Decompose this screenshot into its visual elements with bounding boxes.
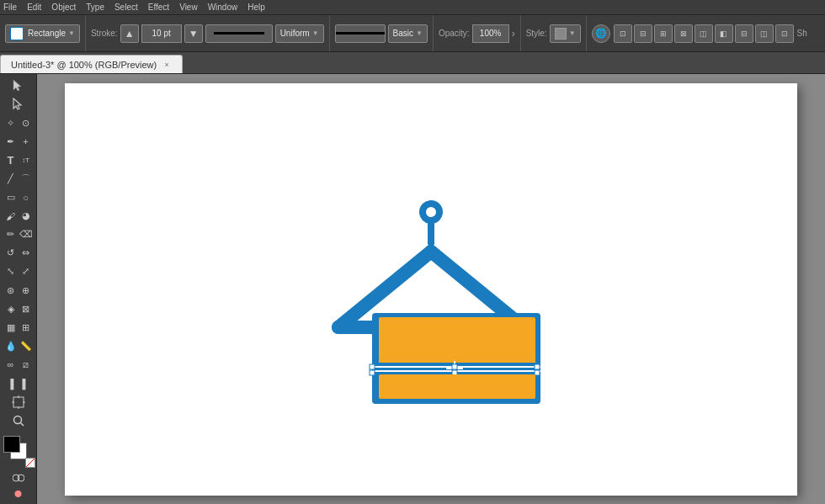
style-dropdown-arrow: ▼ <box>569 29 576 37</box>
warp-tool[interactable]: ⊛ ⊕ <box>3 282 34 299</box>
opacity-group: Opacity: › <box>439 15 521 51</box>
align-btn-9[interactable]: ⊡ <box>775 24 794 43</box>
align-btn-7[interactable]: ⊟ <box>735 24 753 43</box>
normal-mode-btn[interactable] <box>5 471 32 485</box>
line-type-group: Basic ▼ <box>335 15 434 51</box>
opacity-input[interactable] <box>472 24 509 43</box>
menu-window[interactable]: Window <box>208 3 238 12</box>
shape-selector[interactable]: Rectangle ▼ <box>5 24 80 43</box>
shape-label: Rectangle <box>28 29 66 38</box>
stroke-up-btn[interactable]: ▲ <box>120 24 139 43</box>
stroke-value-input[interactable] <box>141 24 182 43</box>
svg-point-10 <box>18 475 24 481</box>
pen-icon: ✒ <box>3 136 19 147</box>
opacity-expand-btn[interactable]: › <box>512 28 515 40</box>
svg-rect-28 <box>379 374 535 399</box>
line-icon: ╱ <box>3 173 19 184</box>
document-tab[interactable]: Untitled-3* @ 100% (RGB/Preview) × <box>0 55 183 73</box>
preview-mode-btn[interactable]: ⬤ <box>5 487 32 501</box>
artboard <box>65 83 797 496</box>
style-selector[interactable]: ▼ <box>550 24 581 43</box>
stroke-type-label: Uniform <box>280 29 310 38</box>
svg-rect-16 <box>379 317 535 369</box>
artwork-svg <box>296 172 566 407</box>
style-preview <box>555 28 567 40</box>
none-color-btn[interactable] <box>25 458 35 468</box>
svg-rect-22 <box>370 364 375 369</box>
align-btn-5[interactable]: ◫ <box>695 24 713 43</box>
align-btn-1[interactable]: ⊡ <box>614 24 632 43</box>
style-group: Style: ▼ <box>526 15 587 51</box>
artboard-tool[interactable] <box>3 394 34 411</box>
menu-help[interactable]: Help <box>248 3 265 12</box>
rect-icon: ▭ <box>3 192 19 203</box>
pen-tool[interactable]: ✒ + <box>3 133 34 150</box>
foreground-color-swatch[interactable] <box>3 436 20 453</box>
svg-line-8 <box>20 422 24 426</box>
selection-tool[interactable] <box>3 77 34 94</box>
line-type-selector[interactable]: Basic ▼ <box>388 24 428 43</box>
line-type-label: Basic <box>393 29 413 38</box>
align-btn-2[interactable]: ⊟ <box>634 24 652 43</box>
slice-icon: ⧄ <box>19 359 34 370</box>
rectangle-tool[interactable]: ▭ ○ <box>3 189 34 206</box>
stroke-type-selector[interactable]: Uniform ▼ <box>275 24 324 43</box>
scale-icon: ⤡ <box>3 266 19 277</box>
mode-group: ⬤ <box>5 471 32 501</box>
shape-group: Rectangle ▼ <box>5 15 86 51</box>
pencil-icon: ✏ <box>3 229 19 240</box>
shear-icon: ⤢ <box>19 266 34 277</box>
menu-view[interactable]: View <box>179 3 198 12</box>
type-tool[interactable]: T ↕T <box>3 151 34 168</box>
pencil-tool[interactable]: ✏ ⌫ <box>3 226 34 243</box>
chart-tool[interactable]: ▐ ▌ <box>3 375 34 392</box>
document-settings-btn[interactable]: 🌐 <box>592 24 610 43</box>
pathfinder-icon: ⊠ <box>19 304 34 315</box>
svg-marker-0 <box>13 80 21 91</box>
tab-bar: Untitled-3* @ 100% (RGB/Preview) × <box>0 52 825 74</box>
style-label: Style: <box>526 29 547 38</box>
chart2-icon: ▌ <box>19 379 34 389</box>
gradient-tool[interactable]: ▦ ⊞ <box>3 319 34 336</box>
line-style-selector[interactable] <box>335 24 386 43</box>
align-btn-8[interactable]: ◫ <box>755 24 774 43</box>
menu-type[interactable]: Type <box>86 3 104 12</box>
scale-tool[interactable]: ⤡ ⤢ <box>3 263 34 280</box>
menu-effect[interactable]: Effect <box>148 3 169 12</box>
eyedropper-tool[interactable]: 💧 📏 <box>3 337 34 354</box>
fill-color-box <box>10 27 24 40</box>
puppet-icon: ⊕ <box>19 285 34 296</box>
direct-selection-tool[interactable] <box>3 96 34 113</box>
magic-wand-tool[interactable]: ✧ ⊙ <box>3 114 34 131</box>
opacity-label: Opacity: <box>439 29 470 38</box>
menu-edit[interactable]: Edit <box>27 3 41 12</box>
shape-builder-tool[interactable]: ◈ ⊠ <box>3 300 34 317</box>
stroke-type-arrow: ▼ <box>312 29 319 37</box>
align-btn-6[interactable]: ◧ <box>715 24 733 43</box>
left-toolbar: ✧ ⊙ ✒ + T ↕T ╱ ⌒ ▭ ○ 🖌 ◕ ✏ ⌫ <box>0 74 37 504</box>
menu-object[interactable]: Object <box>51 3 76 12</box>
shape-dropdown-arrow: ▼ <box>68 29 75 37</box>
paintbrush-tool[interactable]: 🖌 ◕ <box>3 208 34 225</box>
stroke-down-btn[interactable]: ▼ <box>184 24 203 43</box>
gradient-icon: ▦ <box>3 322 19 333</box>
stroke-line-selector[interactable] <box>205 24 273 43</box>
rotate-tool[interactable]: ↺ ⇔ <box>3 245 34 262</box>
mesh-icon: ⊞ <box>19 322 34 333</box>
line-tool[interactable]: ╱ ⌒ <box>3 170 34 187</box>
svg-rect-27 <box>535 370 540 375</box>
canvas-area <box>37 74 825 504</box>
menu-file[interactable]: File <box>3 3 17 12</box>
blend-tool[interactable]: ∞ ⧄ <box>3 356 34 373</box>
magic-wand-icon: ✧ <box>3 118 19 129</box>
align-btn-3[interactable]: ⊞ <box>654 24 673 43</box>
main-area: ✧ ⊙ ✒ + T ↕T ╱ ⌒ ▭ ○ 🖌 ◕ ✏ ⌫ <box>0 74 825 504</box>
tab-close-btn[interactable]: × <box>162 60 172 70</box>
align-btn-4[interactable]: ⊠ <box>674 24 693 43</box>
paintbrush-icon: 🖌 <box>3 211 19 221</box>
reflect-icon: ⇔ <box>19 247 34 258</box>
svg-marker-1 <box>13 98 21 109</box>
zoom-tool[interactable] <box>3 412 34 429</box>
menu-select[interactable]: Select <box>114 3 138 12</box>
measure-icon: 📏 <box>19 341 34 352</box>
